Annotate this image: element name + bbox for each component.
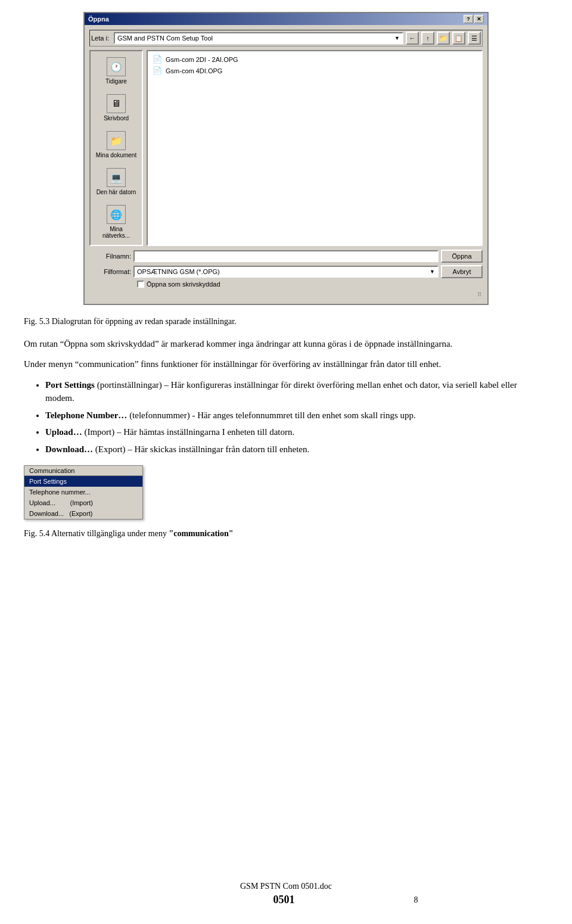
sidebar-label-skrivbord: Skrivbord (104, 115, 129, 122)
term-port-paren: (portinställningar) (95, 380, 162, 390)
dialog-main: 🕐 Tidigare 🖥 Skrivbord 📁 Mina dokument 💻… (89, 50, 483, 246)
filename-row: Filnamn: Öppna (89, 250, 483, 263)
toolbar-label: Leta i: (91, 35, 109, 42)
file-item-2[interactable]: 📄 Gsm-com 4DI.OPG (150, 65, 479, 76)
cancel-button[interactable]: Avbryt (441, 265, 483, 278)
dator-icon: 💻 (107, 168, 126, 187)
open-button[interactable]: Öppna (441, 250, 483, 263)
dialog-container: Öppna ? ✕ Leta i: GSM and PSTN Com Setup… (24, 12, 548, 305)
file-list[interactable]: 📄 Gsm-com 2DI - 2AI.OPG 📄 Gsm-com 4DI.OP… (147, 50, 483, 246)
footer-page-num: 0501 (273, 894, 295, 906)
fileformat-label: Filformat: (89, 268, 131, 275)
bullet-upload: Upload… (Import) – Här hämtas inställnin… (45, 425, 548, 439)
footer-page-number: 8 (414, 895, 418, 905)
resize-dots: ⠿ (477, 291, 481, 298)
minadokument-icon: 📁 (107, 131, 126, 150)
close-button[interactable]: ✕ (474, 15, 484, 23)
filename-label: Filnamn: (89, 253, 131, 260)
footer-doc-name: GSM PSTN Com 0501.doc (0, 882, 572, 891)
bullet-list: Port Settings (portinställningar) – Här … (45, 378, 548, 456)
sidebar-item-minadokument[interactable]: 📁 Mina dokument (93, 127, 139, 162)
term-download-paren: (Export) (93, 444, 126, 454)
location-combobox[interactable]: GSM and PSTN Com Setup Tool ▼ (114, 32, 403, 44)
sidebar-item-natverk[interactable]: 🌐 Mina nätverks... (93, 201, 139, 242)
help-button[interactable]: ? (464, 15, 473, 23)
menu-container: Communication Port Settings Telephone nu… (24, 465, 548, 519)
location-dropdown-arrow: ▼ (394, 35, 400, 41)
menu-item-upload[interactable]: Upload... (Import) (24, 497, 142, 508)
desc-download: – Här skickas inställningar från datorn … (126, 444, 310, 454)
menu-item-port-settings[interactable]: Port Settings (24, 476, 142, 487)
dialog-toolbar: Leta i: GSM and PSTN Com Setup Tool ▼ ← … (89, 30, 483, 46)
fileformat-row: Filformat: OPSÆTNING GSM (*.OPG) ▼ Avbry… (89, 265, 483, 278)
tidigare-icon: 🕐 (107, 57, 126, 76)
checkbox-row: Öppna som skrivskyddad (89, 281, 483, 288)
term-download: Download… (45, 444, 93, 454)
fig53-caption: Fig. 5.3 Dialogrutan för öppning av reda… (24, 316, 548, 328)
desc-upload: – Här hämtas inställningarna I enheten t… (114, 427, 294, 437)
bullet-telephone: Telephone Number… (telefonnummer) - Här … (45, 409, 548, 422)
natverk-icon: 🌐 (107, 205, 126, 224)
sidebar-label-dator: Den här datorn (97, 189, 136, 195)
fileformat-value: OPSÆTNING GSM (*.OPG) (137, 268, 220, 275)
dialog-footer-rows: Filnamn: Öppna Filformat: OPSÆTNING GSM … (89, 250, 483, 288)
sidebar-item-skrivbord[interactable]: 🖥 Skrivbord (93, 91, 139, 125)
menu-item-download[interactable]: Download... (Export) (24, 508, 142, 519)
fileformat-dropdown-arrow: ▼ (430, 269, 435, 275)
new-folder-button[interactable]: 📁 (437, 32, 450, 45)
menu-item-telephone[interactable]: Telephone nummer... (24, 487, 142, 497)
checkbox-label: Öppna som skrivskyddad (147, 281, 220, 288)
up-button[interactable]: ↑ (421, 32, 434, 45)
term-telephone: Telephone Number… (45, 410, 127, 420)
view2-button[interactable]: ☰ (468, 32, 481, 45)
view-button[interactable]: 📋 (452, 32, 465, 45)
term-upload-paren: (Import) (82, 427, 115, 437)
dialog-sidebar: 🕐 Tidigare 🖥 Skrivbord 📁 Mina dokument 💻… (89, 50, 143, 246)
readonly-checkbox[interactable] (137, 281, 144, 288)
location-value: GSM and PSTN Com Setup Tool (117, 35, 213, 42)
desc-telephone: - Här anges telefonnummret till den enhe… (190, 410, 416, 420)
file-name-2: Gsm-com 4DI.OPG (166, 67, 222, 74)
dialog-title: Öppna (88, 15, 109, 23)
back-button[interactable]: ← (406, 32, 419, 45)
term-telephone-paren: (telefonnummer) (127, 410, 189, 420)
titlebar-buttons: ? ✕ (464, 15, 484, 23)
sidebar-item-tidigare[interactable]: 🕐 Tidigare (93, 54, 139, 88)
file-name-1: Gsm-com 2DI - 2AI.OPG (166, 56, 238, 63)
dialog-body: Leta i: GSM and PSTN Com Setup Tool ▼ ← … (85, 25, 487, 304)
open-dialog: Öppna ? ✕ Leta i: GSM and PSTN Com Setup… (83, 12, 489, 305)
bullet-port-settings: Port Settings (portinställningar) – Här … (45, 378, 548, 405)
bullet-download: Download… (Export) – Här skickas inställ… (45, 443, 548, 456)
page-footer: GSM PSTN Com 0501.doc 0501 8 (0, 882, 572, 906)
paragraph2: Under menyn “communication” finns funkti… (24, 357, 548, 371)
fileformat-combo[interactable]: OPSÆTNING GSM (*.OPG) ▼ (133, 266, 439, 278)
filename-input[interactable] (133, 250, 439, 262)
sidebar-item-dator[interactable]: 💻 Den här datorn (93, 164, 139, 199)
menu-header: Communication (24, 466, 142, 476)
file-icon-2: 📄 (153, 66, 162, 75)
skrivbord-icon: 🖥 (107, 94, 126, 113)
sidebar-label-tidigare: Tidigare (105, 78, 127, 85)
sidebar-label-minadokument: Mina dokument (96, 152, 136, 158)
sidebar-label-natverk: Mina nätverks... (95, 226, 137, 239)
term-port-settings: Port Settings (45, 380, 95, 390)
file-item-1[interactable]: 📄 Gsm-com 2DI - 2AI.OPG (150, 54, 479, 65)
fig54-caption: Fig. 5.4 Alternativ tillgängliga under m… (24, 529, 548, 539)
communication-menu: Communication Port Settings Telephone nu… (24, 465, 143, 519)
term-upload: Upload… (45, 427, 82, 437)
paragraph1: Om rutan “Öppna som skrivskyddad” är mar… (24, 337, 548, 351)
resize-handle: ⠿ (89, 290, 483, 299)
dialog-titlebar: Öppna ? ✕ (85, 13, 487, 25)
file-icon-1: 📄 (153, 55, 162, 64)
